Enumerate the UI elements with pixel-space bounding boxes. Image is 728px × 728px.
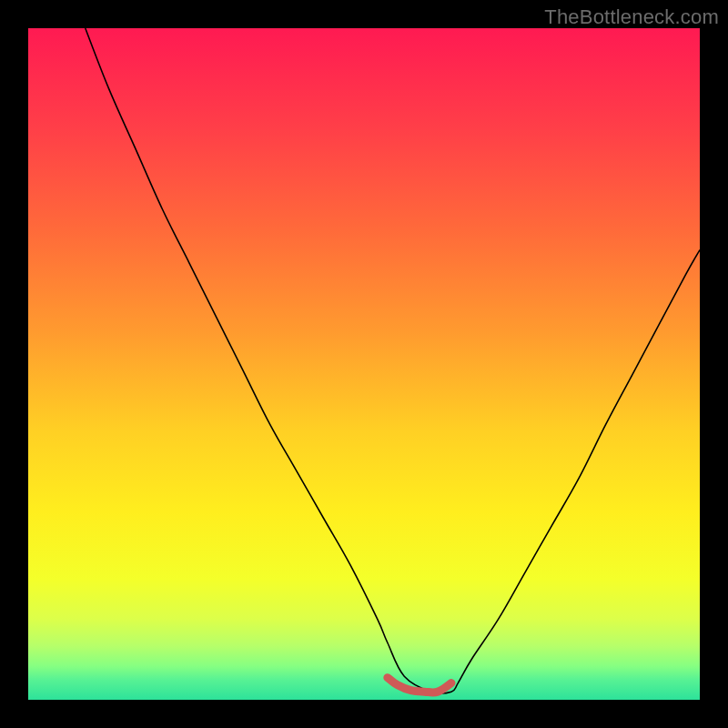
- plot-area: [28, 28, 700, 700]
- watermark-text: TheBottleneck.com: [544, 5, 719, 29]
- curve-layer: [28, 28, 700, 700]
- bottleneck-curve: [86, 28, 700, 693]
- chart-frame: TheBottleneck.com: [0, 0, 728, 728]
- optimal-range-marker: [388, 678, 451, 693]
